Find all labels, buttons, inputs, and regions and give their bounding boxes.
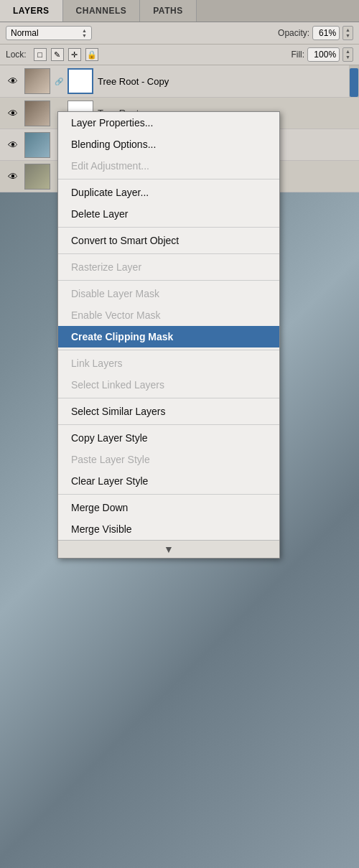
layer-visibility-eye[interactable]: 👁 [6, 74, 20, 88]
lock-position[interactable]: ✛ [68, 48, 81, 61]
menu-item-select-similar-layers[interactable]: Select Similar Layers [58, 401, 279, 422]
lock-transparent-pixels[interactable]: □ [34, 48, 47, 61]
menu-item-delete-layer[interactable]: Delete Layer [58, 203, 279, 225]
layer-thumb-image [25, 69, 50, 93]
menu-separator-3 [58, 253, 279, 254]
menu-separator-5 [58, 350, 279, 350]
lock-fill-row: Lock: □ ✎ ✛ 🔒 Fill: 100% ▲ ▼ [0, 45, 359, 65]
layer-eye-4[interactable]: 👁 [6, 169, 20, 184]
layer-item-tree-root-copy[interactable]: 👁 🔗 Tree Root - Copy [0, 65, 359, 98]
menu-item-layer-properties[interactable]: Layer Properties... [58, 112, 279, 134]
menu-item-blending-options[interactable]: Blending Options... [58, 134, 279, 155]
fill-input[interactable]: 100% [307, 47, 340, 62]
menu-more-arrow[interactable]: ▼ [58, 540, 279, 558]
menu-separator-8 [58, 494, 279, 495]
panel-tabs: LAYERS CHANNELS PATHS [0, 0, 359, 22]
fill-down-arrow: ▼ [345, 55, 350, 60]
menu-item-paste-layer-style: Paste Layer Style [58, 449, 279, 470]
menu-item-create-clipping-mask[interactable]: Create Clipping Mask [58, 326, 279, 347]
layer-eye-3[interactable]: 👁 [6, 138, 20, 152]
menu-item-link-layers: Link Layers [58, 353, 279, 374]
menu-item-duplicate-layer[interactable]: Duplicate Layer... [58, 182, 279, 203]
blend-opacity-row: Normal ▲ ▼ Opacity: 61% ▲ ▼ [0, 22, 359, 45]
menu-item-convert-smart-object[interactable]: Convert to Smart Object [58, 230, 279, 251]
blend-down-arrow: ▼ [82, 33, 87, 38]
blend-mode-arrows: ▲ ▼ [82, 28, 87, 38]
scrollbar-thumb[interactable] [350, 68, 358, 97]
opacity-stepper[interactable]: ▲ ▼ [342, 26, 353, 39]
menu-separator-7 [58, 424, 279, 425]
opacity-group: Opacity: 61% ▲ ▼ [278, 26, 353, 40]
menu-item-rasterize-layer: Rasterize Layer [58, 256, 279, 278]
opacity-down-arrow: ▼ [345, 33, 350, 39]
opacity-input[interactable]: 61% [312, 26, 340, 40]
layer-thumb-3 [24, 132, 50, 158]
menu-separator-1 [58, 179, 279, 179]
layer-link-icon: 🔗 [55, 74, 63, 88]
menu-item-clear-layer-style[interactable]: Clear Layer Style [58, 470, 279, 492]
layer-eye-2[interactable]: 👁 [6, 106, 20, 121]
opacity-up-arrow: ▲ [345, 27, 350, 33]
more-arrow-icon: ▼ [164, 543, 174, 555]
layers-scrollbar[interactable] [349, 65, 359, 97]
menu-item-merge-visible[interactable]: Merge Visible [58, 518, 279, 540]
menu-item-edit-adjustment: Edit Adjustment... [58, 155, 279, 177]
fill-up-arrow: ▲ [345, 49, 350, 55]
blend-up-arrow: ▲ [82, 28, 87, 33]
layer-thumb-2 [24, 101, 50, 126]
layer-mask-thumbnail [67, 68, 93, 94]
tab-layers[interactable]: LAYERS [0, 0, 63, 22]
lock-label: Lock: [6, 50, 27, 60]
fill-stepper[interactable]: ▲ ▼ [342, 47, 353, 61]
layer-thumbnail [24, 68, 50, 94]
menu-separator-6 [58, 398, 279, 398]
menu-item-select-linked-layers: Select Linked Layers [58, 374, 279, 396]
menu-item-copy-layer-style[interactable]: Copy Layer Style [58, 427, 279, 449]
menu-item-disable-layer-mask: Disable Layer Mask [58, 283, 279, 304]
layer-thumb-4 [24, 164, 50, 190]
lock-image-pixels[interactable]: ✎ [51, 48, 64, 61]
fill-group: Fill: 100% ▲ ▼ [291, 47, 353, 62]
fill-label: Fill: [291, 50, 304, 60]
menu-item-merge-down[interactable]: Merge Down [58, 497, 279, 518]
layer-name: Tree Root - Copy [98, 76, 353, 87]
tab-paths[interactable]: PATHS [140, 0, 196, 22]
tab-channels[interactable]: CHANNELS [63, 0, 141, 22]
opacity-label: Opacity: [278, 28, 309, 38]
menu-item-enable-vector-mask: Enable Vector Mask [58, 304, 279, 326]
blend-mode-dropdown[interactable]: Normal ▲ ▼ [6, 26, 92, 40]
menu-separator-2 [58, 227, 279, 228]
lock-all[interactable]: 🔒 [85, 48, 98, 61]
menu-separator-4 [58, 280, 279, 281]
context-menu: Layer Properties... Blending Options... … [57, 111, 280, 559]
blend-mode-value: Normal [11, 28, 39, 38]
